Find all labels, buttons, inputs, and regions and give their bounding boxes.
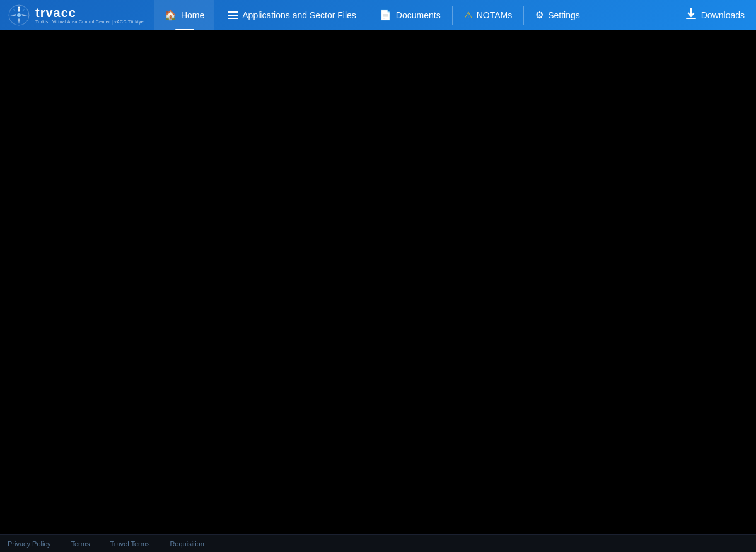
svg-rect-3 — [228, 11, 238, 13]
nav-item-settings[interactable]: ⚙ Settings — [525, 0, 590, 30]
nav-item-applications[interactable]: Applications and Sector Files — [218, 0, 366, 30]
svg-point-2 — [18, 7, 20, 9]
svg-point-1 — [17, 13, 21, 17]
bottom-bar: Privacy Policy Terms Travel Terms Requis… — [0, 534, 756, 552]
nav-label-home: Home — [181, 10, 204, 20]
notams-icon: ⚠ — [464, 9, 472, 21]
nav-divider-3 — [452, 6, 453, 25]
nav-label-settings: Settings — [548, 10, 580, 20]
logo-text: trvacc — [35, 6, 144, 20]
navbar: trvacc Turkish Virtual Area Control Cent… — [0, 0, 756, 30]
applications-icon — [228, 11, 238, 19]
bottom-terms[interactable]: Terms — [71, 540, 90, 548]
bottom-requisition[interactable]: Requisition — [170, 540, 204, 548]
nav-divider-left — [153, 6, 153, 25]
svg-rect-5 — [228, 18, 238, 19]
logo[interactable]: trvacc Turkish Virtual Area Control Cent… — [0, 0, 151, 30]
download-icon — [686, 8, 696, 22]
home-icon: 🏠 — [165, 9, 177, 21]
downloads-label: Downloads — [701, 10, 745, 20]
documents-icon: 📄 — [380, 9, 392, 21]
downloads-button[interactable]: Downloads — [675, 0, 756, 30]
nav-divider-1 — [216, 6, 216, 25]
nav-label-applications: Applications and Sector Files — [242, 10, 356, 20]
settings-icon: ⚙ — [535, 9, 544, 21]
bottom-bar-items: Privacy Policy Terms Travel Terms Requis… — [8, 540, 204, 548]
main-content — [0, 30, 756, 534]
svg-rect-4 — [228, 15, 238, 16]
nav-item-notams[interactable]: ⚠ NOTAMs — [454, 0, 523, 30]
nav-label-notams: NOTAMs — [477, 10, 513, 20]
logo-subtext: Turkish Virtual Area Control Center | vA… — [35, 20, 144, 25]
nav-item-home[interactable]: 🏠 Home — [154, 0, 214, 30]
nav-divider-2 — [368, 6, 368, 25]
bottom-privacy-policy[interactable]: Privacy Policy — [8, 540, 50, 548]
svg-rect-6 — [686, 18, 696, 19]
nav-label-documents: Documents — [396, 10, 441, 20]
nav-items: 🏠 Home Applications and Sector Files 📄 D… — [154, 0, 675, 30]
nav-divider-4 — [523, 6, 524, 25]
nav-item-documents[interactable]: 📄 Documents — [369, 0, 451, 30]
bottom-travel-terms[interactable]: Travel Terms — [110, 540, 149, 548]
